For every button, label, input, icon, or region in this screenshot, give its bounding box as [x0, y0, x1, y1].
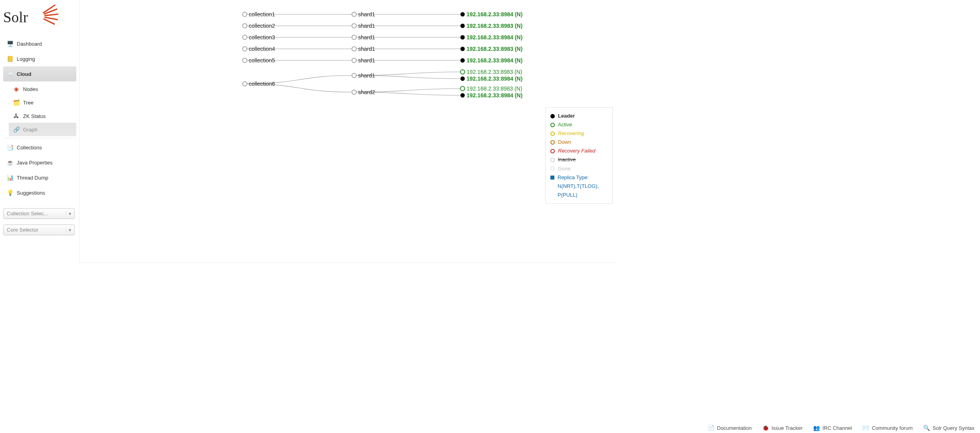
svg-point-3 [352, 12, 356, 17]
nav-label: Tree [23, 100, 33, 106]
legend-label: Active [558, 120, 572, 129]
main-nav: 🖥️Dashboard 📒Logging ☁️Cloud ◉Nodes 🗂️Tr… [3, 36, 76, 200]
legend-down: Down [550, 138, 608, 147]
bulb-icon: 💡 [6, 189, 14, 196]
svg-text:shard1: shard1 [358, 57, 375, 64]
nav-suggestions[interactable]: 💡Suggestions [3, 185, 76, 200]
nav-collections[interactable]: 📑Collections [3, 140, 76, 155]
graph-icon: 🔗 [13, 126, 20, 133]
cloud-graph-svg: collection1shard1192.168.2.33:8984 (N)co… [80, 0, 616, 103]
svg-point-11 [461, 24, 465, 28]
nav-label: Logging [17, 56, 35, 62]
svg-text:shard1: shard1 [358, 72, 375, 79]
collection-selector[interactable]: Collection Selec...▾ [3, 208, 75, 219]
select-label: Core Selector [7, 227, 38, 233]
svg-text:shard1: shard1 [358, 46, 375, 52]
sidebar: Solr 🖥️Dashboard 📒Logging ☁️Cloud ◉Nodes… [0, 0, 79, 274]
zk-icon: 🖧 [13, 112, 20, 120]
svg-text:collection4: collection4 [249, 46, 275, 52]
legend-recovering: Recovering [550, 129, 608, 138]
svg-point-25 [243, 58, 247, 63]
nav-label: Cloud [17, 71, 31, 77]
legend-label: Inactive [558, 155, 576, 164]
legend-label: N(NRT),T(TLOG), [558, 182, 599, 191]
legend-label: Replica Type: [558, 173, 589, 182]
nodes-icon: ◉ [13, 85, 20, 93]
svg-point-37 [461, 70, 465, 74]
solr-logo: Solr [3, 2, 76, 36]
legend-active: Active [550, 120, 608, 129]
nav-label: Graph [23, 127, 37, 133]
legend-recoveryfailed: Recovery Failed [550, 147, 608, 155]
svg-point-15 [352, 35, 356, 40]
svg-text:192.168.2.33:8984 (N): 192.168.2.33:8984 (N) [467, 57, 523, 64]
chevron-down-icon: ▾ [66, 211, 71, 216]
svg-text:192.168.2.33:8983 (N): 192.168.2.33:8983 (N) [467, 85, 522, 92]
svg-text:192.168.2.33:8984 (N): 192.168.2.33:8984 (N) [467, 92, 523, 99]
svg-text:192.168.2.33:8984 (N): 192.168.2.33:8984 (N) [467, 75, 523, 82]
legend-replica3: P(PULL) [550, 191, 608, 199]
svg-text:collection3: collection3 [249, 34, 275, 41]
svg-point-19 [243, 47, 247, 51]
svg-text:Solr: Solr [3, 9, 28, 25]
svg-point-35 [352, 90, 356, 95]
nav-label: Nodes [23, 86, 38, 92]
svg-point-39 [461, 77, 465, 81]
legend-label: Recovering [558, 129, 584, 138]
legend-replica: Replica Type: [550, 173, 608, 182]
svg-point-5 [461, 12, 465, 17]
svg-point-27 [352, 58, 356, 63]
svg-point-9 [352, 24, 356, 28]
nav-cloud[interactable]: ☁️Cloud [3, 66, 76, 81]
svg-text:shard1: shard1 [358, 34, 375, 41]
svg-text:192.168.2.33:8983 (N): 192.168.2.33:8983 (N) [467, 69, 522, 75]
svg-text:collection5: collection5 [249, 57, 275, 64]
legend-leader: Leader [550, 112, 608, 120]
tree-icon: 🗂️ [13, 99, 20, 106]
svg-text:shard1: shard1 [358, 23, 375, 29]
nav-logging[interactable]: 📒Logging [3, 51, 76, 66]
select-label: Collection Selec... [7, 211, 48, 216]
gauge-icon: 🖥️ [6, 40, 14, 47]
nav-label: Collections [17, 145, 42, 151]
nav-javaprops[interactable]: ☕Java Properties [3, 155, 76, 170]
nav-cloud-zk[interactable]: 🖧ZK Status [9, 109, 76, 123]
java-icon: ☕ [6, 159, 14, 166]
svg-text:192.168.2.33:8983 (N): 192.168.2.33:8983 (N) [467, 46, 523, 52]
nav-label: Dashboard [17, 41, 42, 47]
nav-cloud-graph[interactable]: 🔗Graph [9, 123, 76, 136]
nav-threaddump[interactable]: 📊Thread Dump [3, 170, 76, 185]
svg-point-1 [243, 12, 247, 17]
svg-text:192.168.2.33:8984 (N): 192.168.2.33:8984 (N) [467, 11, 523, 17]
nav-label: ZK Status [23, 113, 46, 119]
svg-point-23 [461, 47, 465, 51]
svg-point-13 [243, 35, 247, 40]
nav-cloud-nodes[interactable]: ◉Nodes [9, 82, 76, 96]
core-selector[interactable]: Core Selector▾ [3, 224, 75, 235]
legend-label: Down [558, 138, 571, 147]
cloud-icon: ☁️ [6, 70, 14, 77]
legend: Leader Active Recovering Down Recovery F… [545, 107, 613, 204]
svg-point-33 [352, 73, 356, 78]
collections-icon: 📑 [6, 144, 14, 151]
legend-inactive: Inactive [550, 155, 608, 164]
svg-text:192.168.2.33:8984 (N): 192.168.2.33:8984 (N) [467, 34, 523, 41]
thread-icon: 📊 [6, 174, 14, 181]
graph-panel: collection1shard1192.168.2.33:8984 (N)co… [79, 0, 617, 263]
nav-separator [3, 138, 76, 138]
nav-cloud-tree[interactable]: 🗂️Tree [9, 96, 76, 109]
nav-label: Suggestions [17, 190, 45, 196]
legend-label: Recovery Failed [558, 147, 595, 155]
svg-text:192.168.2.33:8983 (N): 192.168.2.33:8983 (N) [467, 23, 523, 29]
svg-text:collection6: collection6 [249, 81, 275, 87]
legend-label: Leader [558, 112, 575, 120]
legend-label: Gone [558, 164, 571, 173]
svg-point-43 [461, 93, 465, 98]
nav-label: Java Properties [17, 160, 52, 166]
svg-point-17 [461, 35, 465, 40]
svg-point-29 [461, 58, 465, 63]
chevron-down-icon: ▾ [66, 227, 71, 233]
svg-point-21 [352, 47, 356, 51]
nav-label: Thread Dump [17, 175, 48, 181]
nav-dashboard[interactable]: 🖥️Dashboard [3, 36, 76, 51]
